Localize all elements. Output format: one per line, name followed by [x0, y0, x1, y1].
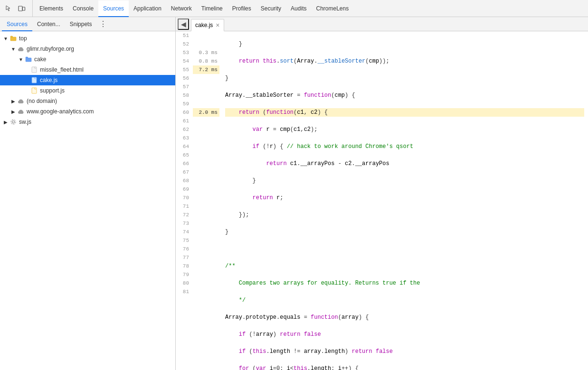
timing-73 — [193, 219, 219, 228]
code-panel: ◀ cake.js × 51 52 53 54 55 56 57 58 59 6… — [176, 17, 588, 370]
timing-78 — [193, 262, 219, 270]
svg-rect-2 — [10, 37, 16, 41]
tree-item-supportjs[interactable]: support.js — [0, 85, 175, 96]
timing-81 — [193, 287, 219, 296]
timing-59 — [193, 100, 219, 108]
sub-tab-snippets[interactable]: Snippets — [65, 18, 97, 31]
timing-75 — [193, 236, 219, 245]
code-line-57: if (!r) { // hack to work around Chrome'… — [225, 142, 584, 151]
code-tab-bar: ◀ cake.js × — [176, 17, 588, 31]
tree-item-top[interactable]: ▼ top — [0, 33, 175, 44]
code-line-61: }); — [225, 211, 584, 219]
tree-label-cake: cake — [34, 56, 46, 63]
tab-chromelens[interactable]: ChromeLens — [311, 0, 353, 17]
tree-label-nodomain: (no domain) — [27, 98, 57, 104]
timing-64 — [193, 142, 219, 151]
tree-item-cakejs[interactable]: cake.js — [0, 75, 175, 85]
code-line-66: */ — [225, 296, 584, 305]
tab-application[interactable]: Application — [129, 0, 166, 17]
tree-arrow-missile — [27, 66, 30, 74]
code-line-63 — [225, 245, 584, 253]
timing-67 — [193, 168, 219, 176]
devtools-toolbar: Elements Console Sources Application Net… — [0, 0, 588, 17]
code-line-52: return this.sort(Array.__stableSorter(cm… — [225, 57, 584, 65]
code-file-tab-cakejs[interactable]: cake.js × — [191, 19, 224, 31]
line-numbers: 51 52 53 54 55 56 57 58 59 60 61 62 63 6… — [176, 31, 193, 370]
tree-arrow-glimr: ▼ — [9, 45, 17, 53]
tab-sources[interactable]: Sources — [98, 0, 129, 17]
code-tab-label: cake.js — [195, 22, 213, 28]
sub-tab-sources[interactable]: Sources — [2, 18, 32, 31]
timing-53: 0.3 ms — [193, 48, 219, 57]
code-line-67: Array.prototype.equals = function(array)… — [225, 313, 584, 322]
svg-rect-8 — [32, 77, 37, 83]
svg-rect-9 — [32, 88, 37, 93]
timing-54: 0.8 ms — [193, 57, 219, 65]
code-line-62: } — [225, 228, 584, 236]
device-toggle-button[interactable] — [15, 2, 28, 15]
svg-point-17 — [11, 120, 16, 124]
code-line-54: Array.__stableSorter = function(cmp) { — [225, 91, 584, 100]
tree-arrow-cake: ▼ — [17, 56, 25, 63]
cursor-icon-button[interactable] — [2, 2, 15, 15]
tree-label-supportjs: support.js — [40, 87, 65, 94]
tree-arrow-google-analytics: ▶ — [9, 108, 17, 115]
tree-item-missile[interactable]: missile_fleet.html — [0, 65, 175, 75]
tab-audits[interactable]: Audits — [286, 0, 311, 17]
timing-62 — [193, 125, 219, 134]
code-line-55: return (function(c1, c2) { — [225, 108, 584, 117]
sub-tab-content[interactable]: Conten... — [32, 18, 65, 31]
tree-label-glimr: glimr.rubyforge.org — [27, 46, 74, 52]
tab-console[interactable]: Console — [68, 0, 98, 17]
file-icon-html — [30, 66, 38, 74]
tree-item-glimr[interactable]: ▼ glimr.rubyforge.org — [0, 44, 175, 54]
tree-label-swjs: sw.js — [19, 119, 31, 125]
file-tree: ▼ top ▼ — [0, 31, 175, 370]
tree-label-top: top — [19, 35, 27, 42]
svg-rect-6 — [26, 58, 31, 62]
tree-item-swjs[interactable]: ▶ sw.js — [0, 117, 175, 127]
tab-network[interactable]: Network — [166, 0, 197, 17]
timing-68 — [193, 176, 219, 185]
timing-65 — [193, 151, 219, 159]
tree-item-cake[interactable]: ▼ cake — [0, 54, 175, 65]
svg-rect-1 — [23, 7, 25, 10]
main-layout: Sources Conten... Snippets ⋮ ▼ — [0, 17, 588, 370]
timing-55: 7.2 ms — [193, 65, 219, 74]
cloud-icon-glimr — [17, 45, 25, 53]
code-line-51: } — [225, 40, 584, 48]
tab-profiles[interactable]: Profiles — [228, 0, 256, 17]
code-line-60: return r; — [225, 194, 584, 202]
timing-63 — [193, 134, 219, 142]
left-panel: Sources Conten... Snippets ⋮ ▼ — [0, 17, 176, 370]
code-editor[interactable]: 51 52 53 54 55 56 57 58 59 60 61 62 63 6… — [176, 31, 588, 370]
tree-item-nodomain[interactable]: ▶ (no domain) — [0, 96, 175, 106]
tree-arrow-swjs: ▶ — [2, 118, 9, 126]
timing-72 — [193, 211, 219, 219]
file-icon-cakejs — [30, 76, 38, 84]
cloud-icon-nodomain — [17, 97, 25, 105]
tree-label-cakejs: cake.js — [40, 77, 57, 83]
folder-icon — [9, 35, 17, 42]
tree-arrow-cakejs — [27, 76, 30, 84]
tab-security[interactable]: Security — [256, 0, 286, 17]
svg-point-5 — [19, 47, 23, 51]
code-back-button[interactable]: ◀ — [178, 18, 189, 30]
timing-61 — [193, 117, 219, 125]
timing-60: 2.0 ms — [193, 108, 219, 117]
tree-arrow-supportjs — [27, 87, 30, 94]
more-tabs-button[interactable]: ⋮ — [97, 18, 109, 30]
timing-51 — [193, 31, 219, 40]
timing-56 — [193, 74, 219, 83]
timing-58 — [193, 91, 219, 100]
timing-77 — [193, 253, 219, 262]
tree-item-google-analytics[interactable]: ▶ www.google-analytics.com — [0, 106, 175, 117]
tab-timeline[interactable]: Timeline — [197, 0, 228, 17]
svg-point-16 — [12, 121, 15, 123]
gear-icon-swjs — [9, 118, 17, 126]
timing-74 — [193, 228, 219, 236]
cloud-icon-google — [17, 108, 25, 115]
code-tab-close[interactable]: × — [216, 22, 219, 28]
tab-elements[interactable]: Elements — [35, 0, 68, 17]
svg-point-12 — [19, 100, 23, 103]
